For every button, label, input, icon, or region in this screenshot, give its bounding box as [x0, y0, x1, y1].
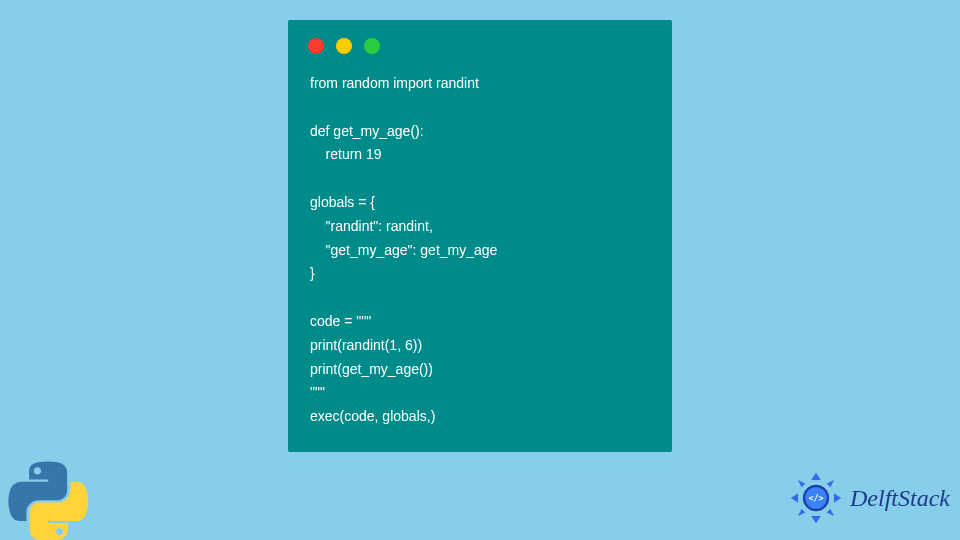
- delftstack-logo: </> DelftStack: [786, 468, 950, 528]
- python-logo-icon: [8, 460, 88, 540]
- window-controls: [288, 20, 672, 64]
- delftstack-brand-text: DelftStack: [850, 485, 950, 512]
- code-content: from random import randint def get_my_ag…: [288, 64, 672, 437]
- code-window: from random import randint def get_my_ag…: [288, 20, 672, 452]
- maximize-dot-icon: [364, 38, 380, 54]
- svg-text:</>: </>: [808, 493, 823, 503]
- close-dot-icon: [308, 38, 324, 54]
- minimize-dot-icon: [336, 38, 352, 54]
- delftstack-emblem-icon: </>: [786, 468, 846, 528]
